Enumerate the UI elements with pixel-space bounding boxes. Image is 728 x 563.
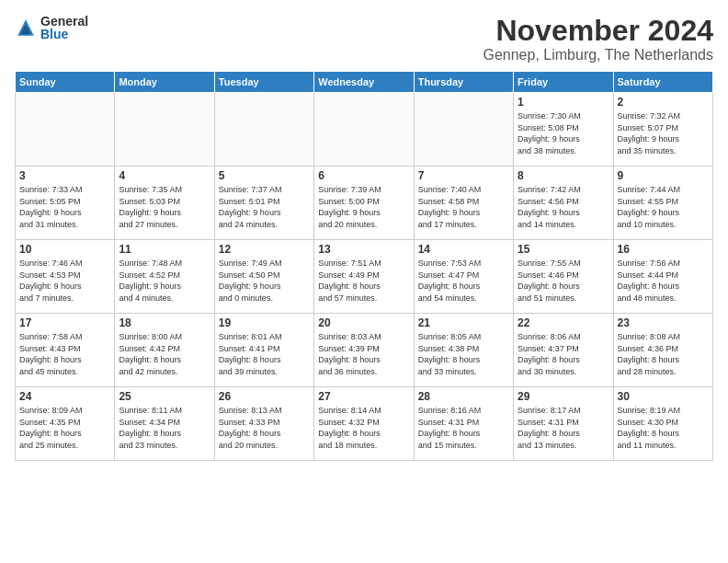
month-title: November 2024 xyxy=(483,15,713,47)
col-header-thursday: Thursday xyxy=(414,72,513,93)
day-number: 8 xyxy=(518,169,609,182)
day-number: 10 xyxy=(19,243,110,256)
calendar-cell: 18Sunrise: 8:00 AM Sunset: 4:42 PM Dayli… xyxy=(115,314,214,387)
calendar-cell xyxy=(115,93,214,167)
calendar-cell: 14Sunrise: 7:53 AM Sunset: 4:47 PM Dayli… xyxy=(414,240,513,314)
calendar-week-row: 17Sunrise: 7:58 AM Sunset: 4:43 PM Dayli… xyxy=(16,314,713,387)
day-number: 20 xyxy=(318,316,409,329)
day-info: Sunrise: 7:56 AM Sunset: 4:44 PM Dayligh… xyxy=(618,258,709,304)
calendar-cell: 4Sunrise: 7:35 AM Sunset: 5:03 PM Daylig… xyxy=(115,167,214,240)
calendar-cell: 11Sunrise: 7:48 AM Sunset: 4:52 PM Dayli… xyxy=(115,240,214,314)
day-info: Sunrise: 8:00 AM Sunset: 4:42 PM Dayligh… xyxy=(119,331,210,377)
day-number: 21 xyxy=(418,316,509,329)
day-info: Sunrise: 8:17 AM Sunset: 4:31 PM Dayligh… xyxy=(518,405,609,451)
day-number: 17 xyxy=(19,316,110,329)
calendar-cell: 1Sunrise: 7:30 AM Sunset: 5:08 PM Daylig… xyxy=(514,93,613,167)
day-number: 29 xyxy=(518,390,609,403)
day-info: Sunrise: 7:39 AM Sunset: 5:00 PM Dayligh… xyxy=(318,184,409,230)
logo: General Blue xyxy=(15,15,88,40)
calendar-cell: 29Sunrise: 8:17 AM Sunset: 4:31 PM Dayli… xyxy=(514,387,613,461)
day-number: 25 xyxy=(119,390,210,403)
day-info: Sunrise: 8:09 AM Sunset: 4:35 PM Dayligh… xyxy=(19,405,110,451)
col-header-saturday: Saturday xyxy=(613,72,712,93)
calendar-cell: 17Sunrise: 7:58 AM Sunset: 4:43 PM Dayli… xyxy=(16,314,115,387)
day-info: Sunrise: 8:13 AM Sunset: 4:33 PM Dayligh… xyxy=(219,405,310,451)
calendar-cell xyxy=(314,93,414,167)
day-info: Sunrise: 8:05 AM Sunset: 4:38 PM Dayligh… xyxy=(418,331,509,377)
col-header-friday: Friday xyxy=(514,72,613,93)
day-number: 28 xyxy=(418,390,509,403)
calendar-week-row: 24Sunrise: 8:09 AM Sunset: 4:35 PM Dayli… xyxy=(16,387,713,461)
calendar-cell: 10Sunrise: 7:46 AM Sunset: 4:53 PM Dayli… xyxy=(16,240,115,314)
calendar-cell: 8Sunrise: 7:42 AM Sunset: 4:56 PM Daylig… xyxy=(514,167,613,240)
day-number: 9 xyxy=(618,169,709,182)
calendar-cell: 16Sunrise: 7:56 AM Sunset: 4:44 PM Dayli… xyxy=(613,240,712,314)
logo-blue-text: Blue xyxy=(40,28,88,40)
day-number: 5 xyxy=(219,169,310,182)
col-header-monday: Monday xyxy=(115,72,214,93)
logo-icon xyxy=(15,17,37,39)
calendar-cell: 15Sunrise: 7:55 AM Sunset: 4:46 PM Dayli… xyxy=(514,240,613,314)
day-number: 30 xyxy=(618,390,709,403)
day-info: Sunrise: 8:19 AM Sunset: 4:30 PM Dayligh… xyxy=(618,405,709,451)
day-number: 11 xyxy=(119,243,210,256)
location-subtitle: Gennep, Limburg, The Netherlands xyxy=(483,47,713,63)
day-info: Sunrise: 7:32 AM Sunset: 5:07 PM Dayligh… xyxy=(618,110,709,156)
day-number: 19 xyxy=(219,316,310,329)
calendar-cell: 25Sunrise: 8:11 AM Sunset: 4:34 PM Dayli… xyxy=(115,387,214,461)
day-number: 24 xyxy=(19,390,110,403)
day-number: 23 xyxy=(618,316,709,329)
day-info: Sunrise: 7:58 AM Sunset: 4:43 PM Dayligh… xyxy=(19,331,110,377)
calendar-cell: 24Sunrise: 8:09 AM Sunset: 4:35 PM Dayli… xyxy=(16,387,115,461)
calendar-week-row: 10Sunrise: 7:46 AM Sunset: 4:53 PM Dayli… xyxy=(16,240,713,314)
calendar-cell: 26Sunrise: 8:13 AM Sunset: 4:33 PM Dayli… xyxy=(214,387,313,461)
calendar-week-row: 1Sunrise: 7:30 AM Sunset: 5:08 PM Daylig… xyxy=(16,93,713,167)
day-number: 7 xyxy=(418,169,509,182)
calendar-cell: 9Sunrise: 7:44 AM Sunset: 4:55 PM Daylig… xyxy=(613,167,712,240)
col-header-sunday: Sunday xyxy=(16,72,115,93)
calendar-table: SundayMondayTuesdayWednesdayThursdayFrid… xyxy=(15,71,713,461)
calendar-cell: 7Sunrise: 7:40 AM Sunset: 4:58 PM Daylig… xyxy=(414,167,513,240)
day-info: Sunrise: 7:55 AM Sunset: 4:46 PM Dayligh… xyxy=(518,258,609,304)
day-info: Sunrise: 7:49 AM Sunset: 4:50 PM Dayligh… xyxy=(219,258,310,304)
calendar-cell: 23Sunrise: 8:08 AM Sunset: 4:36 PM Dayli… xyxy=(613,314,712,387)
col-header-tuesday: Tuesday xyxy=(214,72,313,93)
calendar-cell xyxy=(414,93,513,167)
day-info: Sunrise: 7:46 AM Sunset: 4:53 PM Dayligh… xyxy=(19,258,110,304)
calendar-cell: 22Sunrise: 8:06 AM Sunset: 4:37 PM Dayli… xyxy=(514,314,613,387)
day-number: 14 xyxy=(418,243,509,256)
day-info: Sunrise: 7:44 AM Sunset: 4:55 PM Dayligh… xyxy=(618,184,709,230)
calendar-week-row: 3Sunrise: 7:33 AM Sunset: 5:05 PM Daylig… xyxy=(16,167,713,240)
calendar-cell: 27Sunrise: 8:14 AM Sunset: 4:32 PM Dayli… xyxy=(314,387,414,461)
day-info: Sunrise: 7:37 AM Sunset: 5:01 PM Dayligh… xyxy=(219,184,310,230)
day-number: 6 xyxy=(318,169,409,182)
day-number: 18 xyxy=(119,316,210,329)
logo-general-text: General xyxy=(40,15,88,28)
calendar-cell: 30Sunrise: 8:19 AM Sunset: 4:30 PM Dayli… xyxy=(613,387,712,461)
page-header: General Blue November 2024 Gennep, Limbu… xyxy=(15,15,713,63)
day-info: Sunrise: 8:16 AM Sunset: 4:31 PM Dayligh… xyxy=(418,405,509,451)
day-number: 1 xyxy=(518,96,609,109)
calendar-cell: 21Sunrise: 8:05 AM Sunset: 4:38 PM Dayli… xyxy=(414,314,513,387)
calendar-cell: 5Sunrise: 7:37 AM Sunset: 5:01 PM Daylig… xyxy=(214,167,313,240)
day-info: Sunrise: 7:33 AM Sunset: 5:05 PM Dayligh… xyxy=(19,184,110,230)
day-number: 16 xyxy=(618,243,709,256)
day-number: 3 xyxy=(19,169,110,182)
day-number: 4 xyxy=(119,169,210,182)
calendar-cell: 12Sunrise: 7:49 AM Sunset: 4:50 PM Dayli… xyxy=(214,240,313,314)
calendar-cell: 28Sunrise: 8:16 AM Sunset: 4:31 PM Dayli… xyxy=(414,387,513,461)
day-number: 27 xyxy=(318,390,409,403)
day-info: Sunrise: 7:35 AM Sunset: 5:03 PM Dayligh… xyxy=(119,184,210,230)
day-number: 26 xyxy=(219,390,310,403)
calendar-cell: 13Sunrise: 7:51 AM Sunset: 4:49 PM Dayli… xyxy=(314,240,414,314)
day-info: Sunrise: 7:42 AM Sunset: 4:56 PM Dayligh… xyxy=(518,184,609,230)
day-number: 13 xyxy=(318,243,409,256)
calendar-cell: 3Sunrise: 7:33 AM Sunset: 5:05 PM Daylig… xyxy=(16,167,115,240)
day-info: Sunrise: 8:11 AM Sunset: 4:34 PM Dayligh… xyxy=(119,405,210,451)
day-info: Sunrise: 7:40 AM Sunset: 4:58 PM Dayligh… xyxy=(418,184,509,230)
day-number: 15 xyxy=(518,243,609,256)
calendar-cell: 19Sunrise: 8:01 AM Sunset: 4:41 PM Dayli… xyxy=(214,314,313,387)
day-info: Sunrise: 7:53 AM Sunset: 4:47 PM Dayligh… xyxy=(418,258,509,304)
calendar-cell: 6Sunrise: 7:39 AM Sunset: 5:00 PM Daylig… xyxy=(314,167,414,240)
calendar-cell: 20Sunrise: 8:03 AM Sunset: 4:39 PM Dayli… xyxy=(314,314,414,387)
